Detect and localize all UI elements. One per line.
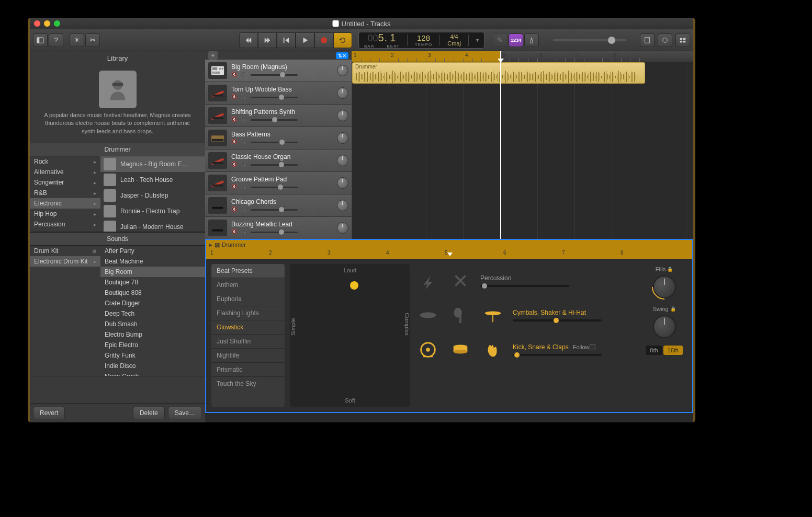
mute-button[interactable]: 🔇 [231, 162, 239, 168]
track-icon[interactable] [208, 85, 227, 101]
track-volume-slider[interactable] [251, 119, 298, 121]
preset-item[interactable]: Euphoria [211, 292, 285, 306]
settings-icon[interactable]: ☀ [70, 33, 84, 47]
seg-8th[interactable]: 8th [646, 346, 662, 355]
track-header[interactable]: Big Room (Magnus) 🔇🎧 [205, 60, 352, 82]
sound-item[interactable]: Electro Bump [100, 329, 205, 340]
revert-button[interactable]: Revert [33, 407, 65, 419]
maximize-window-button[interactable] [54, 20, 60, 27]
editor-ruler[interactable]: 12345678 [206, 249, 692, 259]
drummer-item[interactable]: Jasper - Dubstep [100, 188, 205, 203]
track-header[interactable]: Chicago Chords 🔇🎧 [205, 194, 352, 217]
sound-item[interactable]: Dub Smash [100, 319, 205, 329]
sound-item[interactable]: Indie Disco [100, 361, 205, 371]
track-pan-knob[interactable] [337, 87, 348, 99]
fills-knob[interactable] [653, 275, 676, 298]
sound-item[interactable]: Gritty Funk [100, 350, 205, 361]
sound-item[interactable]: Crate Digger [100, 298, 205, 308]
track-header[interactable]: Shifting Patterns Synth 🔇🎧 [205, 105, 352, 127]
track-pan-knob[interactable] [337, 132, 348, 144]
preset-item[interactable]: Glowstick [211, 320, 285, 334]
lcd-display[interactable]: 005.1BARBEAT 128TEMPO 4/4Cmaj ▾ [358, 32, 484, 49]
category-item[interactable]: Songwriter▸ [30, 177, 100, 188]
track-header[interactable]: Buzzing Metallic Lead 🔇🎧 [205, 217, 352, 239]
preset-item[interactable]: Just Shufflin [211, 334, 285, 348]
master-volume-slider[interactable] [553, 39, 626, 41]
mute-button[interactable]: 🔇 [231, 94, 239, 100]
percussion-slider[interactable] [480, 285, 569, 287]
notepad-button[interactable] [640, 33, 655, 47]
fx2-icon[interactable] [448, 268, 473, 293]
delete-button[interactable]: Delete [133, 407, 165, 419]
lcd-beat[interactable]: 1 [390, 32, 396, 43]
editor-back-icon[interactable]: ▸ [209, 242, 212, 248]
close-window-button[interactable] [34, 20, 40, 27]
sound-item[interactable]: Beat Machine [100, 256, 205, 267]
metronome-button[interactable] [524, 33, 539, 47]
loops-button[interactable] [658, 33, 672, 47]
sound-item[interactable]: Boutique 808 [100, 288, 205, 298]
mute-button[interactable]: 🔇 [231, 229, 239, 235]
lock-icon[interactable]: 🔒 [670, 306, 676, 312]
sound-item[interactable]: Boutique 78 [100, 277, 205, 288]
category-item[interactable]: Percussion▸ [30, 219, 100, 229]
category-item[interactable]: Hip Hop▸ [30, 209, 100, 219]
lcd-time-signature[interactable]: 4/4 [450, 33, 458, 40]
save-button[interactable]: Save… [168, 407, 202, 419]
media-browser-button[interactable] [675, 33, 690, 47]
xy-pad[interactable]: Loud Soft Simple Complex [290, 264, 410, 407]
track-volume-slider[interactable] [251, 97, 298, 98]
category-item[interactable]: Alternative▸ [30, 167, 100, 177]
headphone-button[interactable]: 🎧 [240, 139, 247, 145]
scissors-icon[interactable]: ✂ [85, 33, 100, 47]
seg-16th[interactable]: 16th [663, 346, 683, 355]
preset-item[interactable]: Nightlife [211, 348, 285, 362]
headphone-button[interactable]: 🎧 [240, 72, 247, 78]
track-header[interactable]: Torn Up Wobble Bass 🔇🎧 [205, 82, 352, 105]
follow-checkbox[interactable] [590, 344, 595, 350]
shaker-icon[interactable] [448, 303, 473, 328]
headphone-button[interactable]: 🎧 [240, 184, 247, 190]
track-icon[interactable] [208, 152, 227, 169]
cymbals-slider[interactable] [513, 319, 602, 321]
track-volume-slider[interactable] [251, 74, 298, 76]
track-pan-knob[interactable] [337, 65, 348, 76]
snare-icon[interactable] [448, 337, 473, 362]
track-pan-knob[interactable] [337, 155, 348, 166]
lcd-tempo[interactable]: 128 [417, 33, 430, 42]
track-pan-knob[interactable] [337, 200, 348, 211]
preset-item[interactable]: Prismatic [211, 362, 285, 376]
fx1-icon[interactable] [415, 268, 441, 293]
track-icon[interactable] [208, 107, 227, 124]
minimize-window-button[interactable] [44, 20, 50, 27]
cycle-button[interactable] [333, 32, 352, 48]
help-button[interactable]: ? [49, 33, 63, 47]
track-icon[interactable] [208, 62, 227, 79]
clap-icon[interactable] [480, 337, 505, 362]
category-item[interactable]: Rock▸ [30, 156, 100, 167]
headphone-button[interactable]: 🎧 [240, 94, 247, 100]
track-volume-slider[interactable] [251, 209, 298, 211]
drummer-item[interactable]: Julian - Modern House [100, 219, 205, 232]
preset-item[interactable]: Flashing Lights [211, 306, 285, 320]
category-item[interactable]: R&B▸ [30, 188, 100, 198]
titlebar[interactable]: Untitled - Tracks [30, 18, 693, 29]
track-icon[interactable] [208, 130, 227, 146]
track-volume-slider[interactable] [251, 232, 298, 233]
play-button[interactable] [296, 32, 314, 48]
timeline-ruler[interactable]: 12345678 [352, 51, 693, 62]
library-toggle-button[interactable] [33, 33, 48, 47]
mute-button[interactable]: 🔇 [231, 184, 239, 190]
editor-region-icon[interactable]: ▦ [215, 242, 220, 248]
forward-button[interactable] [258, 32, 277, 48]
track-volume-slider[interactable] [251, 187, 298, 188]
sound-item[interactable]: Major Crush [100, 371, 205, 376]
track-pan-knob[interactable] [337, 110, 348, 121]
track-pan-knob[interactable] [337, 222, 348, 234]
kick-icon[interactable] [415, 337, 441, 362]
sound-item[interactable]: Big Room [100, 267, 205, 277]
track-icon[interactable] [208, 197, 227, 214]
sound-item[interactable]: Epic Electro [100, 340, 205, 350]
mute-button[interactable]: 🔇 [231, 117, 239, 123]
drummer-item[interactable]: Leah - Tech House [100, 172, 205, 188]
